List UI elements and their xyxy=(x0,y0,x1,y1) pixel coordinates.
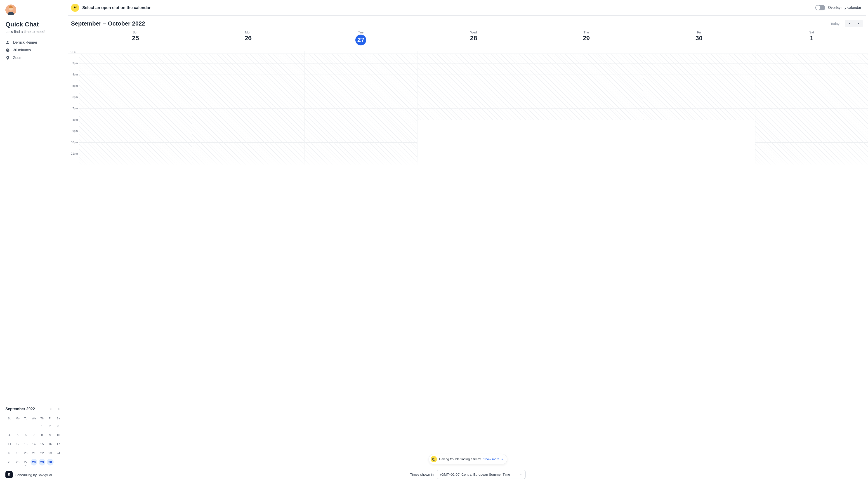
tz-abbrev-label: CEST xyxy=(68,51,79,54)
mini-cal-day[interactable]: 26 xyxy=(13,458,22,467)
day-header[interactable]: Mon26 xyxy=(192,30,305,49)
day-header[interactable]: Fri30 xyxy=(643,30,755,49)
mini-cal-day[interactable]: 6 xyxy=(22,430,30,440)
mini-cal-day[interactable]: 5 xyxy=(13,430,22,440)
host-name: Derrick Reimer xyxy=(13,40,37,44)
footer-bar: Times shown in (GMT+02:00) Central Europ… xyxy=(68,467,868,482)
overlay-toggle-label: Overlay my calendar xyxy=(828,6,861,10)
pointer-badge-icon xyxy=(71,4,79,12)
mini-cal-day[interactable]: 24 xyxy=(54,449,62,458)
overlay-toggle[interactable] xyxy=(815,5,825,10)
mini-cal-day[interactable]: 15 xyxy=(38,440,46,449)
day-column[interactable] xyxy=(530,54,643,165)
mini-cal-day[interactable]: 21 xyxy=(30,449,38,458)
day-header[interactable]: Wed28 xyxy=(417,30,530,49)
mini-cal-day[interactable]: 1 xyxy=(38,421,46,430)
timezone-value: (GMT+02:00) Central European Summer Time xyxy=(440,473,510,476)
mini-cal-day[interactable]: 11 xyxy=(5,440,13,449)
day-header[interactable]: Sun25 xyxy=(79,30,192,49)
host-row: Derrick Reimer xyxy=(5,40,62,45)
time-label: 7pm xyxy=(68,107,79,118)
sidebar: Quick Chat Let's find a time to meet! De… xyxy=(0,0,68,482)
day-column[interactable] xyxy=(192,54,305,165)
meeting-meta-list: Derrick Reimer 30 minutes Zoom xyxy=(5,40,62,60)
day-column[interactable] xyxy=(305,54,417,165)
mini-cal-dow: Su xyxy=(5,416,13,421)
time-label: 11pm xyxy=(68,152,79,163)
topbar: Select an open slot on the calendar Over… xyxy=(68,0,866,15)
mini-cal-day[interactable]: 16 xyxy=(46,440,54,449)
topbar-title: Select an open slot on the calendar xyxy=(82,5,812,10)
mini-cal-day[interactable]: 25 xyxy=(5,458,13,467)
mini-cal-day[interactable]: 22 xyxy=(38,449,46,458)
host-avatar xyxy=(5,4,16,15)
mini-cal-next-button[interactable] xyxy=(56,406,62,412)
mini-cal-dow: We xyxy=(30,416,38,421)
calendar-header: September – October 2022 Today xyxy=(68,15,868,30)
mini-cal-day[interactable]: 13 xyxy=(22,440,30,449)
mini-cal-dow: Fr xyxy=(46,416,54,421)
time-gutter: 3pm4pm5pm6pm7pm8pm9pm10pm11pm xyxy=(68,54,79,165)
mini-cal-day[interactable]: 23 xyxy=(46,449,54,458)
mini-cal-dow: Mo xyxy=(13,416,22,421)
help-text: Having trouble finding a time? xyxy=(439,457,481,461)
tz-row: CEST xyxy=(68,49,868,54)
calendar-range: September – October 2022 xyxy=(70,20,825,27)
mini-cal-day[interactable]: 9 xyxy=(46,430,54,440)
timezone-select[interactable]: (GMT+02:00) Central European Summer Time xyxy=(437,470,526,479)
days-grid xyxy=(79,54,868,165)
day-header[interactable]: Thu29 xyxy=(530,30,643,49)
mini-cal-prev-button[interactable] xyxy=(48,406,54,412)
time-label: 3pm xyxy=(68,62,79,73)
clock-icon xyxy=(5,48,10,53)
mini-cal-day[interactable]: 27 xyxy=(22,458,30,467)
chevron-down-icon xyxy=(519,473,522,476)
mini-cal-day[interactable]: 8 xyxy=(38,430,46,440)
day-header[interactable]: Sat1 xyxy=(755,30,868,49)
location-row: Zoom xyxy=(5,56,62,60)
mini-cal-day[interactable]: 7 xyxy=(30,430,38,440)
overlay-toggle-group: Overlay my calendar xyxy=(815,5,866,10)
savvycal-footer[interactable]: S Scheduling by SavvyCal xyxy=(5,471,62,478)
mini-cal-day[interactable]: 28 xyxy=(30,458,38,467)
mini-calendar-month: September 2022 xyxy=(5,407,48,411)
day-column[interactable] xyxy=(643,54,755,165)
week-nav xyxy=(845,20,863,27)
main-panel: Select an open slot on the calendar Over… xyxy=(68,0,868,482)
mini-cal-day[interactable]: 18 xyxy=(5,449,13,458)
location-label: Zoom xyxy=(13,56,22,60)
location-pin-icon xyxy=(5,56,10,60)
mini-cal-day[interactable]: 10 xyxy=(54,430,62,440)
mini-cal-day[interactable]: 29 xyxy=(38,458,46,467)
time-label: 10pm xyxy=(68,141,79,152)
day-column[interactable] xyxy=(79,54,192,165)
time-label: 8pm xyxy=(68,118,79,129)
mini-cal-day[interactable]: 2 xyxy=(46,421,54,430)
mini-cal-day[interactable]: 12 xyxy=(13,440,22,449)
person-icon xyxy=(5,40,10,45)
mini-cal-day[interactable]: 20 xyxy=(22,449,30,458)
next-week-button[interactable] xyxy=(854,20,863,27)
mini-cal-day[interactable]: 4 xyxy=(5,430,13,440)
mini-cal-dow: Sa xyxy=(54,416,62,421)
time-label: 4pm xyxy=(68,73,79,84)
time-label: 6pm xyxy=(68,96,79,107)
mini-cal-day[interactable]: 17 xyxy=(54,440,62,449)
day-column[interactable] xyxy=(417,54,530,165)
day-headers-row: Sun25Mon26Tue27Wed28Thu29Fri30Sat1 xyxy=(68,30,868,49)
prev-week-button[interactable] xyxy=(845,20,854,27)
mini-calendar: September 2022 SuMoTuWeThFrSa12345678910… xyxy=(5,406,62,467)
mini-cal-day[interactable]: 14 xyxy=(30,440,38,449)
time-label: 9pm xyxy=(68,129,79,141)
duration-row: 30 minutes xyxy=(5,48,62,53)
mini-cal-day[interactable]: 3 xyxy=(54,421,62,430)
day-column[interactable] xyxy=(755,54,868,165)
savvycal-logo-icon: S xyxy=(5,471,13,478)
show-more-link[interactable]: Show more xyxy=(483,457,503,461)
today-button[interactable]: Today xyxy=(827,20,843,27)
meeting-subtitle: Let's find a time to meet! xyxy=(5,30,62,34)
mini-cal-day[interactable]: 30 xyxy=(46,458,54,467)
day-header[interactable]: Tue27 xyxy=(305,30,417,49)
mini-cal-day[interactable]: 19 xyxy=(13,449,22,458)
mini-calendar-grid: SuMoTuWeThFrSa12345678910111213141516171… xyxy=(5,416,62,467)
